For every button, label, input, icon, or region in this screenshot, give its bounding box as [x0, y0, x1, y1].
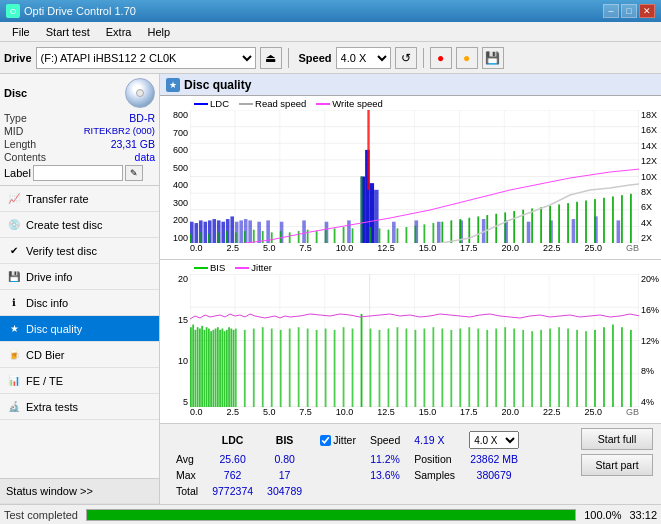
sidebar-item-drive-info[interactable]: 💾 Drive info [0, 264, 159, 290]
close-button[interactable]: ✕ [639, 4, 655, 18]
legend-jitter-label: Jitter [251, 262, 272, 273]
stats-table: LDC BIS Jitter Speed 4.19 X 4.0 [168, 428, 527, 500]
contents-label: Contents [4, 151, 46, 163]
title-bar: O Opti Drive Control 1.70 – □ ✕ [0, 0, 661, 22]
status-bar: Test completed 100.0% 33:12 [0, 504, 661, 524]
svg-rect-76 [379, 228, 381, 243]
svg-rect-137 [224, 331, 226, 407]
sidebar-status-window[interactable]: Status window >> [0, 478, 159, 504]
svg-rect-127 [201, 326, 203, 407]
svg-rect-166 [450, 330, 452, 407]
speed-select[interactable]: 4.0 X [336, 47, 391, 69]
menu-start-test[interactable]: Start test [38, 24, 98, 40]
sidebar-item-create-test-disc[interactable]: 💿 Create test disc [0, 212, 159, 238]
maximize-button[interactable]: □ [621, 4, 637, 18]
toolbar: Drive (F:) ATAPI iHBS112 2 CL0K ⏏ Speed … [0, 42, 661, 74]
stats-area: LDC BIS Jitter Speed 4.19 X 4.0 [160, 423, 661, 504]
sidebar-item-transfer-rate[interactable]: 📈 Transfer rate [0, 186, 159, 212]
start-part-button[interactable]: Start part [581, 454, 653, 476]
svg-rect-141 [233, 330, 235, 407]
red-button[interactable]: ● [430, 47, 452, 69]
menu-help[interactable]: Help [139, 24, 178, 40]
svg-rect-145 [262, 327, 264, 407]
nav-label-cd-bier: CD Bier [26, 349, 65, 361]
total-ldc: 9772374 [206, 484, 259, 498]
legend-readspeed-label: Read speed [255, 98, 306, 109]
sidebar-item-extra-tests[interactable]: 🔬 Extra tests [0, 394, 159, 420]
sidebar-item-fe-te[interactable]: 📊 FE / TE [0, 368, 159, 394]
chart2-legend: BIS Jitter [194, 262, 272, 273]
svg-rect-37 [248, 220, 252, 243]
progress-percent: 100.0% [584, 509, 621, 521]
svg-rect-155 [352, 329, 354, 407]
svg-rect-179 [567, 329, 569, 407]
cd-bier-icon: 🍺 [6, 347, 22, 363]
svg-rect-86 [468, 218, 470, 243]
chart2-container: BIS Jitter 20 15 10 5 20% 16 [160, 260, 661, 423]
svg-rect-58 [217, 232, 219, 243]
yellow-button[interactable]: ● [456, 47, 478, 69]
svg-rect-75 [370, 227, 372, 243]
svg-rect-164 [432, 327, 434, 407]
svg-rect-158 [379, 330, 381, 407]
sidebar-item-verify-test-disc[interactable]: ✔ Verify test disc [0, 238, 159, 264]
svg-rect-98 [576, 202, 578, 243]
svg-rect-25 [212, 219, 216, 243]
svg-rect-57 [208, 234, 210, 243]
disc-mid-row: MID RITEKBR2 (000) [4, 125, 155, 137]
label-edit-button[interactable]: ✎ [125, 165, 143, 181]
minimize-button[interactable]: – [603, 4, 619, 18]
sidebar-item-disc-quality[interactable]: ★ Disc quality [0, 316, 159, 342]
sidebar-item-cd-bier[interactable]: 🍺 CD Bier [0, 342, 159, 368]
length-value: 23,31 GB [111, 138, 155, 150]
charts-area: LDC Read speed Write speed 800 700 600 [160, 96, 661, 423]
samples-label: Samples [408, 468, 461, 482]
sidebar: Disc Type BD-R MID RITEKBR2 (000) Length… [0, 74, 160, 504]
toolbar-separator2 [423, 48, 424, 68]
label-input[interactable] [33, 165, 123, 181]
jitter-checkbox[interactable] [320, 435, 331, 446]
eject-button[interactable]: ⏏ [260, 47, 282, 69]
speed-label: Speed [299, 52, 332, 64]
speed-dropdown[interactable]: 4.0 X [469, 431, 519, 449]
svg-rect-159 [388, 329, 390, 407]
sidebar-item-disc-info[interactable]: ℹ Disc info [0, 290, 159, 316]
create-test-disc-icon: 💿 [6, 217, 22, 233]
fe-te-icon: 📊 [6, 373, 22, 389]
drive-select[interactable]: (F:) ATAPI iHBS112 2 CL0K [36, 47, 256, 69]
main-area: Disc Type BD-R MID RITEKBR2 (000) Length… [0, 74, 661, 504]
svg-rect-41 [302, 220, 306, 243]
svg-rect-150 [307, 329, 309, 407]
svg-rect-161 [406, 329, 408, 407]
samples-value: 380679 [463, 468, 525, 482]
save-button[interactable]: 💾 [482, 47, 504, 69]
start-full-button[interactable]: Start full [581, 428, 653, 450]
svg-rect-154 [343, 327, 345, 407]
svg-rect-44 [392, 222, 396, 243]
svg-rect-180 [576, 330, 578, 407]
svg-rect-46 [437, 222, 441, 243]
svg-rect-100 [594, 199, 596, 243]
svg-rect-171 [495, 329, 497, 407]
refresh-button[interactable]: ↺ [395, 47, 417, 69]
type-value: BD-R [129, 112, 155, 124]
svg-rect-170 [486, 330, 488, 407]
drive-label: Drive [4, 52, 32, 64]
menu-file[interactable]: File [4, 24, 38, 40]
speed-current-value: 4.19 X [414, 434, 444, 446]
svg-rect-174 [522, 330, 524, 407]
svg-rect-133 [215, 329, 217, 407]
svg-rect-27 [221, 222, 225, 243]
legend-ldc-label: LDC [210, 98, 229, 109]
jitter-checkbox-label[interactable]: Jitter [320, 434, 356, 446]
svg-rect-128 [203, 330, 205, 407]
disc-icon [125, 78, 155, 108]
svg-rect-66 [289, 232, 291, 243]
svg-rect-60 [235, 232, 237, 243]
chart1-x-axis: 0.0 2.5 5.0 7.5 10.0 12.5 15.0 17.5 20.0… [190, 243, 639, 259]
legend-bis: BIS [194, 262, 225, 273]
mid-value: RITEKBR2 (000) [84, 125, 155, 137]
menu-extra[interactable]: Extra [98, 24, 140, 40]
svg-rect-69 [316, 231, 318, 243]
status-window-label: Status window >> [6, 485, 93, 497]
